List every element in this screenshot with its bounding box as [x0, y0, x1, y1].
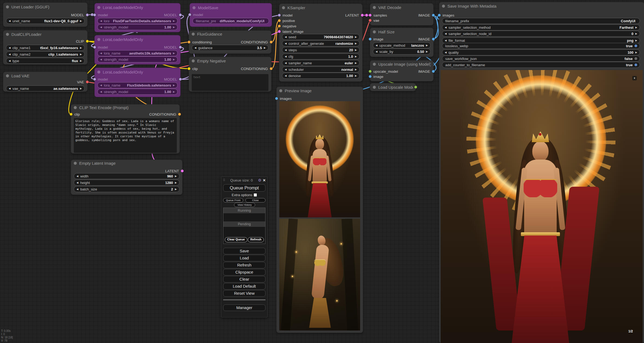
view-history-button[interactable]: View History	[234, 203, 255, 207]
extra-options-checkbox[interactable]	[254, 193, 257, 196]
latent-port-dot[interactable]	[369, 14, 371, 17]
preview-image-1[interactable]	[279, 101, 360, 217]
refresh-queue-button[interactable]: Refresh	[248, 237, 264, 242]
file-format-widget[interactable]: ◀file_formatpng▶	[442, 37, 640, 43]
model-port-dot[interactable]	[86, 14, 89, 16]
strength-model-widget[interactable]: ◀strength_model1.00▶	[97, 89, 178, 95]
collapse-dot[interactable]	[74, 162, 77, 165]
conditioning-port-dot[interactable]	[278, 19, 281, 22]
image-port-dot[interactable]	[432, 38, 435, 40]
comfy-menu-panel[interactable]: ⠿ Queue size: 0 ⚙ ✕ Queue Prompt Extra o…	[221, 176, 268, 317]
seed-widget[interactable]: ◀seed790984643074620▶	[282, 34, 360, 40]
sampler-selection-method-widget[interactable]: ◀sampler_selection_methodFarthest▶	[442, 24, 640, 30]
model-port-dot[interactable]	[179, 14, 182, 16]
height-widget[interactable]: ◀height1280▶	[74, 180, 180, 186]
lora-name-widget[interactable]: ◀lora_nameFluxDFaeTasticDetails.safetens…	[97, 18, 178, 24]
image-port-dot[interactable]	[432, 14, 435, 17]
node-save-image-metadata[interactable]: Save Image With Metadata images filename…	[439, 2, 644, 343]
collapse-dot[interactable]	[192, 33, 195, 36]
collapse-dot[interactable]	[97, 38, 100, 41]
clipspace-button[interactable]: Clipspace	[223, 269, 265, 275]
model-port-dot[interactable]	[179, 46, 182, 49]
collapse-dot[interactable]	[279, 89, 282, 92]
clip-port-dot[interactable]	[86, 40, 89, 43]
drag-handle-icon[interactable]: ⠿	[223, 178, 225, 182]
clip-name1-widget[interactable]: ◀clip_name1t5xxl_fp16.safetensors▶	[6, 45, 85, 51]
strength-model-widget[interactable]: ◀strength_model1.00▶	[97, 24, 178, 30]
save-workflow-json-toggle[interactable]: save_workflow_jsonfalse	[442, 56, 640, 62]
model-port-dot[interactable]	[93, 78, 96, 81]
node-lora-loader-1[interactable]: LoraLoaderModelOnly model MODEL ◀lora_na…	[95, 3, 180, 32]
node-load-upscale-model[interactable]: Load Upscale Model	[370, 83, 416, 91]
collapse-dot[interactable]	[6, 5, 9, 8]
reset-view-button[interactable]: Reset View	[223, 290, 265, 297]
collapse-dot[interactable]	[373, 86, 376, 89]
image-port-dot[interactable]	[275, 97, 278, 100]
scheduler-widget[interactable]: ◀schedulernormal▶	[282, 66, 360, 72]
collapse-dot[interactable]	[282, 6, 285, 9]
model-port-dot[interactable]	[93, 14, 96, 16]
batch-size-widget[interactable]: ◀batch_size2▶	[74, 186, 180, 192]
image-port-dot[interactable]	[432, 70, 435, 73]
node-upscale-image[interactable]: Upscale Image (using Model) upscale_mode…	[370, 61, 433, 81]
collapse-dot[interactable]	[373, 30, 376, 33]
sampler-name-widget[interactable]: ◀sampler_nameeuler▶	[282, 60, 360, 66]
guidance-widget[interactable]: ◀guidance3.5▶	[192, 45, 268, 51]
vae-port-dot[interactable]	[369, 19, 371, 22]
queue-prompt-button[interactable]: Queue Prompt	[223, 184, 265, 192]
width-widget[interactable]: ◀width960▶	[74, 173, 180, 179]
scale-by-widget[interactable]: ◀scale_by0.50▶	[373, 49, 431, 55]
model-port-dot[interactable]	[93, 46, 96, 49]
saved-image-large[interactable]: x 1/2	[441, 70, 643, 343]
denoise-widget[interactable]: ◀denoise1.00▶	[282, 73, 360, 79]
model-port-dot[interactable]	[179, 78, 182, 81]
vae-name-widget[interactable]: ◀vae_nameae.safetensors▶	[6, 85, 85, 91]
refresh-button[interactable]: Refresh	[223, 262, 265, 268]
node-empty-latent[interactable]: Empty Latent Image LATENT ◀width960▶ ◀he…	[71, 160, 182, 195]
node-unet-loader[interactable]: Unet Loader (GGUF) MODEL ◀unet_nameflux1…	[3, 3, 87, 27]
node-clip-text-encode[interactable]: CLIP Text Encode (Prompt) clip CONDITION…	[71, 104, 180, 153]
upscale-method-widget[interactable]: ◀upscale_methodlanczos▶	[373, 42, 431, 48]
conditioning-port-dot[interactable]	[178, 113, 181, 116]
upscale-model-port-dot[interactable]	[414, 86, 417, 88]
cfg-widget[interactable]: ◀cfg1.0▶	[282, 53, 360, 59]
clear-queue-button[interactable]: Clear Queue	[225, 237, 247, 242]
clip-name2-widget[interactable]: ◀clip_name2clip_l.safetensors▶	[6, 51, 85, 57]
lora-name-widget[interactable]: ◀lora_nameFluxSideboob.safetensors▶	[97, 82, 178, 88]
model-port-dot[interactable]	[188, 13, 191, 16]
negative-text-area[interactable]: text	[192, 74, 268, 91]
node-half-size[interactable]: Half Size image IMAGE ◀upscale_methodlan…	[370, 28, 433, 57]
collapse-dot[interactable]	[6, 33, 9, 36]
image-close-button[interactable]: x	[632, 76, 637, 80]
image-port-dot[interactable]	[369, 75, 371, 78]
prompt-text-area[interactable]: Glorious rule; Goddess of sex. Lada is a…	[74, 118, 177, 153]
conditioning-port-dot[interactable]	[270, 67, 273, 70]
node-ksampler[interactable]: KSampler model positive negative latent_…	[279, 4, 362, 81]
node-lora-loader-3[interactable]: LoraLoaderModelOnly model MODEL ◀lora_na…	[95, 68, 180, 97]
strength-model-widget[interactable]: ◀strength_model1.00▶	[97, 56, 178, 62]
collapse-dot[interactable]	[373, 6, 376, 9]
node-lora-loader-2[interactable]: LoraLoaderModelOnly model MODEL ◀lora_na…	[95, 35, 180, 64]
clip-port-dot[interactable]	[70, 113, 72, 116]
node-flux-guidance[interactable]: FluxGuidance conditioning CONDITIONING ◀…	[189, 31, 271, 53]
collapse-dot[interactable]	[442, 5, 445, 8]
collapse-dot[interactable]	[192, 59, 195, 62]
conditioning-port-dot[interactable]	[270, 41, 273, 43]
collapse-dot[interactable]	[193, 6, 196, 9]
clear-button[interactable]: Clear	[223, 276, 265, 282]
queue-front-button[interactable]: Queue Front	[223, 198, 243, 202]
save-button[interactable]: Save	[223, 248, 265, 254]
node-preview-image[interactable]: Preview Image images	[277, 87, 363, 333]
vae-port-dot[interactable]	[86, 81, 89, 83]
latent-port-dot[interactable]	[181, 170, 184, 172]
filename-prefix-widget[interactable]: filename_prefixComfyUI	[442, 18, 640, 24]
node-model-save[interactable]: ModelSave model filename_prefixdiffusion…	[190, 3, 272, 27]
collapse-dot[interactable]	[97, 71, 100, 74]
lossless-webp-toggle[interactable]: lossless_webptrue	[442, 43, 640, 49]
load-button[interactable]: Load	[223, 255, 265, 261]
image-port-dot[interactable]	[438, 14, 441, 17]
settings-gear-icon[interactable]: ⚙	[258, 178, 262, 182]
lora-name-widget[interactable]: ◀lora_nameaesthetic10k.safetensors▶	[97, 50, 178, 56]
image-port-dot[interactable]	[369, 38, 371, 40]
menu-close-icon[interactable]: ✕	[263, 178, 266, 182]
